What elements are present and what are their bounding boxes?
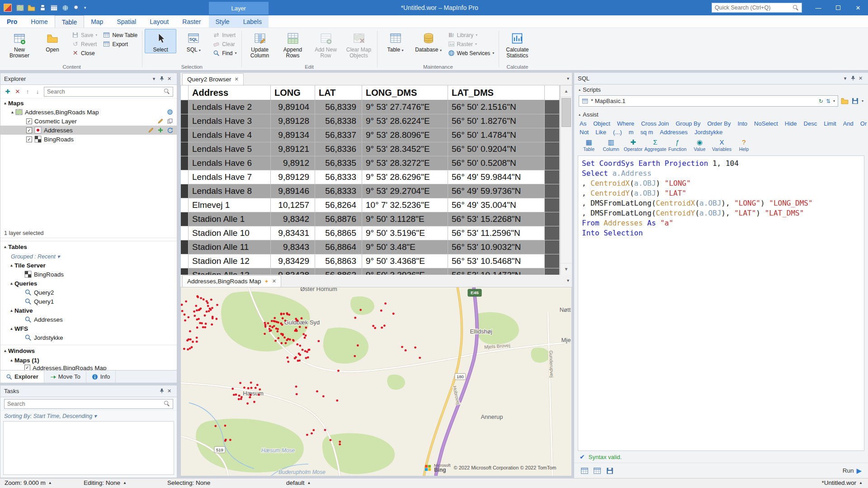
scroll-up-icon[interactable]: ▲: [561, 85, 572, 97]
status-style[interactable]: default▲: [286, 479, 311, 486]
assist-keyword-link[interactable]: Group By: [675, 120, 700, 127]
ribbon-tab[interactable]: Layout: [143, 15, 175, 28]
tree-item[interactable]: ▲ Tables: [0, 241, 177, 252]
tree-item[interactable]: ▲ Windows: [0, 345, 177, 356]
assist-keyword-link[interactable]: Desc: [804, 120, 817, 127]
tree-item[interactable]: Query2: [0, 288, 177, 297]
close-tab-icon[interactable]: ✕: [272, 278, 276, 284]
table-row[interactable]: Lendals Have 6 9,8912 56,8335 9° 53' 28.…: [181, 156, 560, 170]
table-row[interactable]: Stadion Alle 13 9,83428 56,8862 9° 50' 3…: [181, 268, 560, 275]
assist-button[interactable]: ✚ Operator: [622, 138, 644, 152]
dock-tab[interactable]: Move To: [44, 371, 86, 383]
tree-caret[interactable]: ▲: [2, 244, 8, 249]
ribbon-tab-contextual[interactable]: Style: [209, 15, 236, 28]
row-selector[interactable]: [181, 240, 189, 254]
close-icon[interactable]: ✕: [165, 76, 173, 82]
tasks-search-input[interactable]: [7, 401, 164, 407]
tree-item[interactable]: BingRoads: [0, 270, 177, 279]
qat-icon[interactable]: [73, 4, 80, 12]
tree-caret[interactable]: ▲: [9, 263, 14, 267]
tree-item[interactable]: Addresses: [0, 126, 177, 135]
find-button[interactable]: Find▾: [211, 49, 239, 57]
select-button[interactable]: Select: [145, 29, 176, 53]
table-row[interactable]: Lendals Have 5 9,89121 56,8336 9° 53' 28…: [181, 142, 560, 156]
table-row[interactable]: Stadion Alle 10 9,83431 56,8865 9° 50' 3…: [181, 226, 560, 240]
qat-icon[interactable]: [50, 4, 58, 12]
raster-button[interactable]: Raster▾: [446, 40, 497, 48]
ribbon-tab-contextual[interactable]: Labels: [236, 15, 269, 28]
search-icon[interactable]: [793, 5, 799, 11]
row-action-icon[interactable]: [167, 118, 173, 124]
map-window[interactable]: Øster HornumGuldbæk SydNøttEllidshøjMjeM…: [180, 287, 572, 476]
ribbon-tab[interactable]: Table: [55, 15, 84, 28]
table-row[interactable]: Elmevej 1 10,1257 56,8264 10° 7' 32.5236…: [181, 198, 560, 212]
column-header[interactable]: LONG: [271, 85, 315, 100]
invert-selection-button[interactable]: ⇄Invert: [211, 31, 239, 39]
assist-keyword-link[interactable]: Jordstykke: [694, 129, 722, 136]
browse-results-icon[interactable]: [580, 467, 589, 475]
row-selector[interactable]: [181, 226, 189, 240]
scroll-down-icon[interactable]: ▼: [561, 263, 572, 275]
row-selector[interactable]: [181, 268, 189, 275]
pin-icon[interactable]: [158, 76, 165, 82]
ribbon-tab[interactable]: Spatial: [110, 15, 143, 28]
revert-button[interactable]: ↺Revert: [70, 40, 99, 48]
tasks-search[interactable]: [4, 399, 173, 409]
table-row[interactable]: Lendals Have 7 9,89129 56,8333 9° 53' 28…: [181, 170, 560, 184]
tree-caret[interactable]: ▲: [2, 348, 8, 353]
assist-keyword-link[interactable]: Or: [860, 120, 867, 127]
row-selector[interactable]: [181, 212, 189, 226]
save-button[interactable]: Save▾: [70, 31, 99, 39]
assist-button[interactable]: ▥ Column: [600, 138, 622, 152]
vertical-scrollbar[interactable]: ▲ ▼: [560, 85, 572, 275]
append-rows-button[interactable]: Append Rows: [277, 29, 309, 59]
tree-item[interactable]: Query1: [0, 297, 177, 306]
scrollbar-thumb[interactable]: [561, 98, 571, 127]
scripts-section-header[interactable]: ▴ Scripts: [574, 84, 868, 94]
tree-caret[interactable]: ▲: [9, 358, 14, 362]
tree-item[interactable]: Grouped : Recent ▾: [0, 252, 177, 261]
assist-keyword-link[interactable]: (...): [613, 129, 622, 136]
tree-item[interactable]: ▲ Maps: [0, 99, 177, 108]
dock-tab[interactable]: Info: [86, 371, 116, 383]
assist-keyword-link[interactable]: And: [843, 120, 854, 127]
tree-item[interactable]: Cosmetic Layer: [0, 117, 177, 126]
explorer-search[interactable]: [44, 87, 173, 97]
row-selector[interactable]: [181, 156, 189, 170]
new-browser-button[interactable]: New Browser: [4, 29, 35, 59]
column-header[interactable]: LONG_DMS: [362, 85, 448, 100]
row-selector[interactable]: [181, 128, 189, 142]
quick-search-input[interactable]: [715, 5, 793, 11]
row-action-icon[interactable]: [167, 127, 173, 133]
layer-checkbox[interactable]: [26, 136, 32, 142]
assist-keyword-link[interactable]: Limit: [824, 120, 836, 127]
tree-item[interactable]: Addresses: [0, 315, 177, 324]
assist-keyword-link[interactable]: Into: [737, 120, 747, 127]
table-row[interactable]: Stadion Alle 1 9,8342 56,8876 9° 50' 3.1…: [181, 212, 560, 226]
minimize-button[interactable]: —: [808, 0, 828, 15]
pin-icon[interactable]: [849, 75, 857, 82]
tree-item[interactable]: ▲ Tile Server: [0, 261, 177, 270]
web-services-button[interactable]: Web Services▾: [446, 49, 497, 57]
chevron-down-icon[interactable]: ▾: [841, 75, 849, 81]
app-icon[interactable]: [4, 4, 12, 12]
qat-icon[interactable]: [28, 4, 35, 12]
table-row[interactable]: Stadion Alle 12 9,83429 56,8863 9° 50' 3…: [181, 254, 560, 268]
pin-icon[interactable]: [158, 388, 165, 394]
new-table-button[interactable]: New Table: [101, 31, 140, 39]
save-script-icon[interactable]: [851, 97, 859, 105]
assist-button[interactable]: Σ Aggregate: [644, 138, 666, 152]
status-workspace[interactable]: *Untitled.wor▲: [822, 479, 863, 486]
add-icon[interactable]: ✚: [4, 88, 11, 95]
tree-caret[interactable]: ▲: [9, 326, 14, 331]
quick-search[interactable]: [712, 3, 802, 13]
calculate-statistics-button[interactable]: Calculate Statistics: [501, 29, 533, 59]
qat-icon[interactable]: [16, 4, 24, 12]
open-button[interactable]: Open: [37, 29, 68, 53]
status-editing[interactable]: Editing: None▲: [84, 479, 127, 486]
tasks-sorting[interactable]: Sorting By: Start Time, Descending ▾: [0, 411, 177, 421]
assist-keyword-link[interactable]: As: [580, 120, 586, 127]
tree-item[interactable]: ▲ Queries: [0, 279, 177, 288]
map-canvas[interactable]: Øster HornumGuldbæk SydNøttEllidshøjMjeM…: [181, 287, 571, 476]
layer-checkbox[interactable]: [26, 118, 32, 124]
